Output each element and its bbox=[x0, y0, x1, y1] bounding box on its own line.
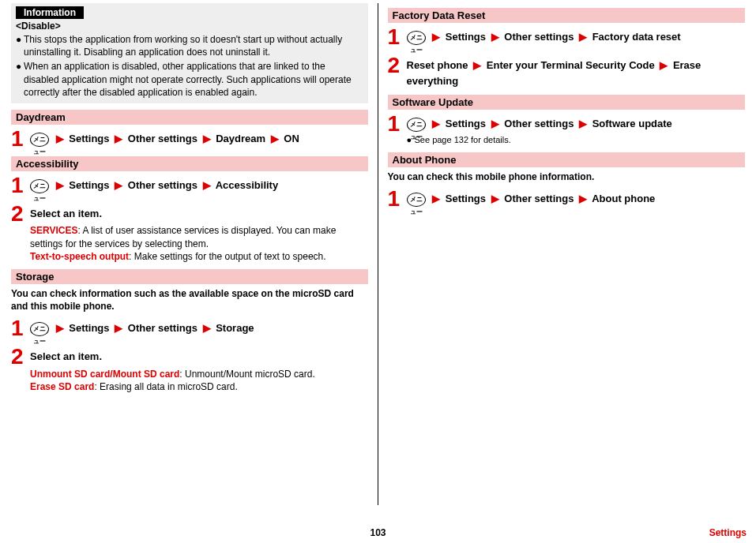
step-number: 2 bbox=[11, 203, 27, 225]
arrow-icon: ▶ bbox=[489, 193, 502, 204]
arrow-icon: ▶ bbox=[489, 31, 502, 43]
term: Unmount SD card/Mount SD card bbox=[30, 369, 179, 380]
about-intro: You can check this mobile phone informat… bbox=[388, 170, 746, 183]
factory-step-1: 1 メニュー ▶ Settings ▶ Other settings ▶ Fac… bbox=[388, 26, 746, 48]
storage-intro: You can check information such as the av… bbox=[11, 287, 368, 313]
bullet-dot: ● bbox=[407, 133, 415, 147]
path-part: Settings bbox=[69, 133, 109, 144]
path-part: Other settings bbox=[128, 179, 197, 191]
menu-icon: メニュー bbox=[30, 133, 49, 147]
path-part: Other settings bbox=[128, 133, 197, 144]
path-part: Other settings bbox=[504, 118, 574, 129]
path-part: Settings bbox=[446, 31, 486, 43]
arrow-icon: ▶ bbox=[577, 31, 589, 43]
info-subhead: <Disable> bbox=[16, 21, 363, 32]
storage-step-2: 2 Select an item. Unmount SD card/Mount … bbox=[11, 346, 368, 393]
path-part: Daydream bbox=[216, 133, 265, 144]
information-badge: Information bbox=[16, 6, 84, 19]
info-bullet: ● When an application is disabled, other… bbox=[16, 60, 363, 99]
info-bullet-text: When an application is disabled, other a… bbox=[24, 60, 363, 99]
path-part: Enter your Terminal Security Code bbox=[487, 59, 655, 71]
step-number: 1 bbox=[11, 317, 27, 339]
software-note: See page 132 for details. bbox=[415, 135, 511, 144]
step-number: 1 bbox=[388, 26, 404, 48]
path-part: About phone bbox=[592, 193, 655, 204]
path-part: Settings bbox=[446, 193, 486, 204]
path-part: Other settings bbox=[504, 31, 574, 43]
arrow-icon: ▶ bbox=[112, 179, 125, 191]
step-number: 1 bbox=[388, 113, 404, 135]
path-part: Factory data reset bbox=[592, 31, 681, 43]
arrow-icon: ▶ bbox=[577, 118, 589, 129]
arrow-icon: ▶ bbox=[112, 322, 125, 334]
path-part: Settings bbox=[69, 179, 109, 191]
arrow-icon: ▶ bbox=[430, 31, 442, 43]
arrow-icon: ▶ bbox=[269, 133, 281, 144]
arrow-icon: ▶ bbox=[54, 322, 66, 334]
path-part: ON bbox=[284, 133, 299, 144]
path-part: Other settings bbox=[128, 322, 197, 334]
term: Erase SD card bbox=[30, 381, 94, 392]
term-desc: : Unmount/Mount microSD card. bbox=[179, 369, 314, 380]
section-head-accessibility: Accessibility bbox=[11, 156, 368, 171]
section-head-daydream: Daydream bbox=[11, 110, 368, 125]
step-number: 1 bbox=[11, 128, 27, 150]
step-number: 1 bbox=[11, 174, 27, 197]
about-step-1: 1 メニュー ▶ Settings ▶ Other settings ▶ Abo… bbox=[388, 188, 746, 210]
arrow-icon: ▶ bbox=[112, 133, 125, 144]
step-title: Select an item. bbox=[30, 350, 102, 362]
step-number: 2 bbox=[388, 54, 404, 77]
daydream-step-1: 1 メニュー ▶ Settings ▶ Other settings ▶ Day… bbox=[11, 128, 368, 150]
path-part: Accessibility bbox=[216, 179, 279, 191]
section-head-storage: Storage bbox=[11, 269, 368, 284]
menu-icon: メニュー bbox=[30, 322, 49, 336]
step-number: 2 bbox=[11, 346, 27, 368]
path-part: Other settings bbox=[504, 193, 574, 204]
arrow-icon: ▶ bbox=[54, 179, 66, 191]
path-part: Settings bbox=[446, 118, 486, 129]
storage-step-1: 1 メニュー ▶ Settings ▶ Other settings ▶ Sto… bbox=[11, 317, 368, 339]
menu-icon: メニュー bbox=[407, 31, 426, 45]
arrow-icon: ▶ bbox=[657, 59, 670, 71]
path-part: Storage bbox=[216, 322, 254, 334]
information-box: Information <Disable> ● This stops the a… bbox=[11, 3, 368, 103]
bullet-dot: ● bbox=[16, 33, 24, 58]
arrow-icon: ▶ bbox=[430, 193, 442, 204]
path-part: Reset phone bbox=[407, 59, 468, 71]
step-number: 1 bbox=[388, 188, 404, 210]
section-head-about: About Phone bbox=[388, 152, 746, 167]
software-step-1: 1 メニュー ▶ Settings ▶ Other settings ▶ Sof… bbox=[388, 113, 746, 146]
arrow-icon: ▶ bbox=[471, 59, 483, 71]
accessibility-step-1: 1 メニュー ▶ Settings ▶ Other settings ▶ Acc… bbox=[11, 174, 368, 197]
section-head-factory: Factory Data Reset bbox=[388, 8, 746, 23]
term-desc: : Erasing all data in microSD card. bbox=[94, 381, 237, 392]
factory-step-2: 2 Reset phone ▶ Enter your Terminal Secu… bbox=[388, 54, 746, 88]
term: SERVICES bbox=[30, 225, 77, 236]
arrow-icon: ▶ bbox=[54, 133, 66, 144]
arrow-icon: ▶ bbox=[201, 179, 213, 191]
page-section-label: Settings bbox=[709, 527, 747, 538]
bullet-dot: ● bbox=[16, 60, 24, 99]
arrow-icon: ▶ bbox=[577, 193, 589, 204]
menu-icon: メニュー bbox=[407, 193, 426, 207]
info-bullet: ● This stops the application from workin… bbox=[16, 33, 363, 58]
path-part: Settings bbox=[69, 322, 109, 334]
accessibility-step-2: 2 Select an item. SERVICES: A list of us… bbox=[11, 203, 368, 263]
info-bullet-text: This stops the application from working … bbox=[24, 33, 363, 58]
term-desc: : Make settings for the output of text t… bbox=[129, 251, 325, 262]
arrow-icon: ▶ bbox=[201, 322, 213, 334]
menu-icon: メニュー bbox=[407, 118, 426, 132]
page-number: 103 bbox=[370, 527, 386, 538]
path-part: Software update bbox=[592, 118, 672, 129]
section-head-software: Software Update bbox=[388, 95, 746, 110]
term: Text-to-speech output bbox=[30, 251, 129, 262]
menu-icon: メニュー bbox=[30, 179, 49, 193]
arrow-icon: ▶ bbox=[489, 118, 502, 129]
arrow-icon: ▶ bbox=[201, 133, 213, 144]
step-title: Select an item. bbox=[30, 208, 102, 219]
arrow-icon: ▶ bbox=[430, 118, 442, 129]
